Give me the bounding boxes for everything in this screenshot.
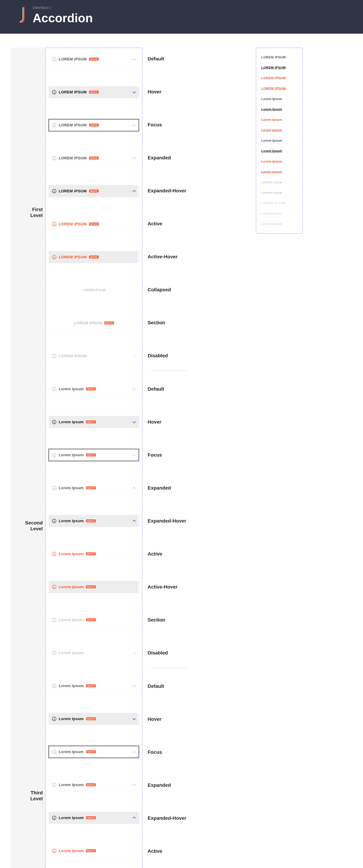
chevron-down-icon bbox=[132, 58, 136, 61]
chevron-up-icon bbox=[132, 783, 136, 786]
state-label-section: Section bbox=[148, 614, 186, 626]
accordion-item-exphov[interactable]: Lorem IpsumNOVO bbox=[49, 515, 139, 527]
accordion-label: LOREM IPSUM bbox=[74, 321, 102, 325]
accordion-item-focus[interactable]: LOREM IPSUMNOVO bbox=[49, 119, 139, 131]
state-label-focus: Focus bbox=[148, 119, 186, 131]
accordion-label: LOREM IPSUM bbox=[59, 90, 87, 94]
sample-text: LOREM IPSUM bbox=[262, 66, 286, 70]
novo-badge: NOVO bbox=[86, 519, 96, 522]
accordion-item-hover[interactable]: Lorem IpsumNOVO bbox=[49, 713, 139, 725]
accordion-item-default[interactable]: Lorem IpsumNOVO bbox=[49, 680, 139, 692]
text-style-sample: LOREM IPSUM bbox=[262, 62, 297, 73]
novo-badge: NOVO bbox=[86, 618, 96, 621]
accordion-item-active[interactable]: Lorem IpsumNOVO bbox=[49, 548, 139, 560]
accordion-label: Lorem Ipsum bbox=[59, 387, 84, 391]
accordion-item-acthov[interactable]: LOREM IPSUMNOVO bbox=[49, 251, 139, 263]
info-icon bbox=[52, 90, 56, 94]
info-icon bbox=[52, 552, 56, 556]
accordion-label: Lorem Ipsum bbox=[59, 585, 84, 589]
info-icon bbox=[52, 57, 56, 61]
accordion-item-default[interactable]: LOREM IPSUMNOVO bbox=[49, 53, 139, 65]
accordion-label: LOREM IPSUM bbox=[59, 255, 87, 259]
accordion-item-hover[interactable]: LOREM IPSUMNOVO bbox=[49, 86, 139, 98]
sample-text: Lorem Ipsum bbox=[262, 159, 282, 163]
chevron-up-icon bbox=[132, 156, 136, 160]
accordion-item-default[interactable]: Lorem IpsumNOVO bbox=[49, 383, 139, 395]
accordion-item-active[interactable]: LOREM IPSUMNOVO bbox=[49, 218, 139, 230]
page-title: Accordion bbox=[33, 11, 93, 25]
accordion-item-expanded[interactable]: Lorem IpsumNOVO bbox=[49, 779, 139, 791]
chevron-down-icon bbox=[132, 123, 136, 127]
chevron-up-icon bbox=[132, 189, 136, 193]
accordion-item-section[interactable]: LOREM IPSUMNOVO bbox=[49, 317, 139, 329]
novo-badge: NOVO bbox=[86, 684, 96, 687]
info-icon bbox=[52, 453, 56, 457]
sample-text: LOREM IPSUM bbox=[262, 55, 286, 59]
sample-text: Lorem Ipsum bbox=[262, 97, 282, 101]
sample-text: Lorem Ipsum bbox=[262, 118, 282, 122]
breadcrumb: Interface / bbox=[33, 5, 93, 10]
state-label-active: Active bbox=[148, 218, 186, 230]
accordion-item-exphov[interactable]: LOREM IPSUMNOVO bbox=[49, 185, 139, 197]
state-label-active: Active bbox=[148, 845, 186, 857]
info-icon bbox=[52, 618, 56, 622]
state-label-disabled: Disabled bbox=[148, 350, 186, 362]
sample-text: LOREM IPSUM bbox=[262, 76, 286, 80]
sample-text: LOREM IPSUM bbox=[262, 201, 286, 205]
text-style-sample: LOREM IPSUM bbox=[262, 187, 297, 198]
text-style-sample: Lorem Ipsum bbox=[262, 115, 297, 125]
accordion-item-focus[interactable]: Lorem IpsumNOVO bbox=[49, 746, 139, 758]
accordion-label: Lorem Ipsum bbox=[59, 848, 84, 853]
accordion-label: Lorem Ipsum bbox=[59, 651, 84, 655]
level2-label: SecondLevel bbox=[25, 520, 43, 532]
chevron-up-icon bbox=[132, 486, 136, 490]
accordion-item-section[interactable]: Lorem IpsumNOVO bbox=[49, 614, 139, 626]
state-label-expanded: Expanded bbox=[148, 779, 186, 791]
text-styles-panel: LOREM IPSUMLOREM IPSUMLOREM IPSUMLOREM I… bbox=[256, 48, 303, 234]
accordion-label: Lorem Ipsum bbox=[59, 684, 84, 688]
info-icon bbox=[52, 783, 56, 787]
text-style-sample: LOREM IPSUM bbox=[262, 198, 297, 208]
state-label-default: Default bbox=[148, 680, 186, 692]
sample-text: LOREM IPSUM bbox=[262, 181, 282, 184]
sample-text: Lorem Ipsum bbox=[262, 139, 282, 143]
novo-badge: NOVO bbox=[89, 255, 99, 258]
info-icon bbox=[52, 486, 56, 490]
text-style-sample: Lorem Ipsum bbox=[262, 104, 297, 115]
accordion-label: Lorem Ipsum bbox=[59, 453, 84, 457]
novo-badge: NOVO bbox=[89, 91, 99, 94]
accordion-item-acthov[interactable]: Lorem IpsumNOVO bbox=[49, 581, 139, 593]
accordion-item-collapsed[interactable]: LOREM IPSUM bbox=[49, 284, 139, 296]
page-header: Interface / Accordion bbox=[0, 0, 363, 34]
novo-badge: NOVO bbox=[86, 454, 96, 456]
state-label-exphov: Expanded-Hover bbox=[148, 812, 186, 824]
novo-badge: NOVO bbox=[86, 816, 96, 819]
sample-text: Lorem Ipsum bbox=[262, 212, 282, 215]
novo-badge: NOVO bbox=[86, 849, 96, 852]
sample-text: Lorem Ipsum bbox=[262, 128, 282, 132]
info-icon bbox=[52, 387, 56, 391]
accordion-label: Lorem Ipsum bbox=[59, 618, 84, 622]
info-icon bbox=[52, 750, 56, 754]
accordion-item-focus[interactable]: Lorem IpsumNOVO bbox=[49, 449, 139, 461]
accordion-item-exphov[interactable]: Lorem IpsumNOVO bbox=[49, 812, 139, 824]
accordion-item-expanded[interactable]: LOREM IPSUMNOVO bbox=[49, 152, 139, 164]
accordion-item-expanded[interactable]: Lorem IpsumNOVO bbox=[49, 482, 139, 494]
info-icon bbox=[52, 651, 56, 655]
text-style-sample: LOREM IPSUM bbox=[262, 83, 297, 94]
state-label-focus: Focus bbox=[148, 746, 186, 758]
accordion-item-active[interactable]: Lorem IpsumNOVO bbox=[49, 845, 139, 857]
accordion-item-hover[interactable]: Lorem IpsumNOVO bbox=[49, 416, 139, 428]
text-style-sample: Lorem Ipsum bbox=[262, 156, 297, 167]
text-style-sample: Lorem Ipsum bbox=[262, 146, 297, 156]
state-label-disabled: Disabled bbox=[148, 647, 186, 659]
novo-badge: NOVO bbox=[86, 585, 96, 588]
novo-badge: NOVO bbox=[89, 124, 99, 127]
text-style-sample: Lorem Ipsum bbox=[262, 135, 297, 146]
info-icon bbox=[52, 156, 56, 160]
chevron-down-icon bbox=[132, 684, 136, 688]
info-icon bbox=[52, 222, 56, 226]
chevron-down-icon bbox=[132, 651, 136, 655]
novo-badge: NOVO bbox=[86, 388, 96, 391]
novo-badge: NOVO bbox=[86, 717, 96, 720]
